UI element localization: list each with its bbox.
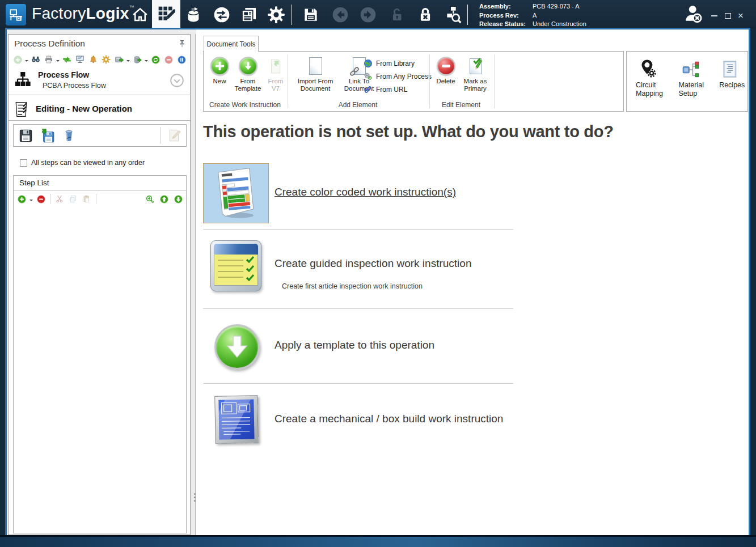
option-mechanical-build-icon[interactable] bbox=[214, 395, 260, 446]
save-import-icon[interactable] bbox=[39, 126, 56, 145]
circuit-mapping-icon bbox=[636, 56, 669, 79]
remove-data-dropdown-caret[interactable] bbox=[145, 60, 148, 63]
assembly-label: Assembly: bbox=[479, 2, 529, 11]
recipes-button[interactable]: Recipes bbox=[719, 56, 747, 111]
unlock-icon[interactable] bbox=[386, 5, 408, 25]
settings-gear-icon[interactable] bbox=[265, 5, 287, 25]
material-setup-button[interactable]: Material Setup bbox=[678, 56, 710, 111]
option-first-article-subtitle[interactable]: Create first article inspection work ins… bbox=[282, 282, 423, 290]
step-list-panel: Step List bbox=[13, 175, 187, 533]
presentation-icon[interactable] bbox=[74, 54, 86, 65]
process-gears-icon bbox=[364, 72, 373, 81]
print-dropdown-caret[interactable] bbox=[56, 60, 60, 63]
ribbon-from-template-button[interactable]: From Template bbox=[233, 56, 263, 92]
configure-gear-icon[interactable] bbox=[100, 54, 112, 65]
window-titlebar-graphic bbox=[214, 244, 258, 255]
ribbon-tools-box: Circuit Mapping Material Setup Recipes bbox=[626, 51, 748, 112]
maximize-button[interactable] bbox=[723, 11, 733, 20]
splitter-grip bbox=[194, 497, 196, 498]
export-icon[interactable] bbox=[113, 54, 125, 65]
any-order-checkbox[interactable]: All steps can be viewed in any order bbox=[20, 159, 145, 167]
zoom-step-icon[interactable] bbox=[144, 193, 155, 205]
import-data-icon[interactable] bbox=[183, 5, 204, 25]
process-definition-panel: Process Definition bbox=[8, 34, 191, 535]
step-list-toolbar bbox=[16, 192, 184, 206]
pause-icon[interactable] bbox=[176, 54, 187, 65]
minimize-button[interactable] bbox=[709, 11, 719, 20]
editing-title: Editing - New Operation bbox=[36, 104, 132, 113]
add-icon[interactable] bbox=[12, 54, 23, 65]
step-list-title: Step List bbox=[19, 179, 49, 187]
group-label: Edit Element bbox=[429, 101, 493, 109]
navigate-forward-icon[interactable] bbox=[357, 5, 379, 25]
titlebar-separator bbox=[467, 5, 468, 25]
splitter-grip bbox=[194, 500, 196, 502]
process-flow-title: Process Flow bbox=[38, 70, 89, 79]
move-up-icon[interactable] bbox=[158, 193, 170, 205]
option-mechanical-build-title[interactable]: Create a mechanical / box build work ins… bbox=[274, 413, 503, 425]
option-guided-inspection-title[interactable]: Create guided inspection work instructio… bbox=[274, 257, 471, 270]
notify-bell-icon[interactable] bbox=[87, 54, 99, 65]
find-icon[interactable] bbox=[30, 54, 41, 65]
factorylogix-window: FactoryLogix™ bbox=[0, 0, 756, 547]
add-step-icon[interactable] bbox=[16, 193, 27, 205]
ribbon-from-library-button[interactable]: From Library bbox=[364, 57, 415, 69]
add-dropdown-caret[interactable] bbox=[25, 60, 28, 63]
navigate-back-icon[interactable] bbox=[330, 5, 351, 25]
app-title: FactoryLogix™ bbox=[32, 5, 134, 23]
sync-icon[interactable] bbox=[211, 5, 233, 25]
process-flow-item[interactable]: Process Flow PCBA Process Flow bbox=[13, 69, 185, 94]
titlebar-separator bbox=[292, 5, 292, 25]
titlebar: FactoryLogix™ bbox=[0, 0, 756, 29]
user-sign-out-icon[interactable] bbox=[682, 3, 704, 24]
process-design-icon[interactable] bbox=[152, 0, 180, 28]
option-color-coded-tile[interactable] bbox=[203, 163, 269, 223]
recipes-icon bbox=[719, 56, 747, 79]
process-rev-label: Process Rev: bbox=[479, 11, 529, 20]
ribbon-from-any-process-button[interactable]: From Any Process bbox=[364, 70, 432, 82]
save-icon[interactable] bbox=[300, 5, 322, 25]
refresh-icon[interactable] bbox=[150, 54, 161, 65]
move-down-icon[interactable] bbox=[172, 193, 184, 205]
panel-splitter[interactable] bbox=[195, 34, 196, 535]
expand-down-icon[interactable] bbox=[170, 73, 184, 90]
home-icon[interactable] bbox=[129, 5, 151, 25]
divider bbox=[14, 190, 186, 191]
export-dropdown-caret[interactable] bbox=[126, 60, 130, 63]
paste-icon bbox=[81, 193, 92, 205]
ribbon-from-url-button[interactable]: From URL bbox=[364, 83, 407, 95]
option-color-coded-link[interactable]: Create color coded work instruction(s) bbox=[274, 186, 456, 198]
print-icon[interactable] bbox=[43, 54, 54, 65]
remove-step-icon[interactable] bbox=[35, 193, 47, 205]
remove-data-icon[interactable] bbox=[132, 54, 143, 65]
from-template-icon bbox=[239, 57, 257, 75]
option-separator bbox=[203, 383, 513, 384]
group-separator bbox=[429, 54, 430, 108]
pin-icon[interactable] bbox=[178, 39, 187, 50]
add-step-dropdown-caret[interactable] bbox=[29, 200, 33, 203]
documents-icon[interactable] bbox=[238, 5, 260, 25]
circuit-mapping-button[interactable]: Circuit Mapping bbox=[636, 56, 669, 111]
ribbon-from-v7-button: From V7 bbox=[265, 56, 286, 92]
delete-operation-icon[interactable] bbox=[60, 126, 77, 145]
ribbon-delete-button[interactable]: Delete bbox=[433, 56, 459, 85]
checkbox-box[interactable] bbox=[20, 159, 27, 167]
option-apply-template-icon[interactable] bbox=[214, 324, 260, 370]
process-rev-value: A bbox=[533, 11, 586, 20]
process-search-icon[interactable] bbox=[442, 5, 464, 25]
option-guided-inspection-icon[interactable] bbox=[210, 240, 263, 295]
edit-disabled-icon bbox=[166, 126, 183, 145]
color-coded-document-icon bbox=[214, 167, 258, 219]
tab-document-tools[interactable]: Document Tools bbox=[204, 36, 259, 52]
save-operation-icon[interactable] bbox=[17, 126, 34, 145]
option-apply-template-title[interactable]: Apply a template to this operation bbox=[274, 339, 434, 351]
exchange-icon[interactable] bbox=[61, 54, 73, 65]
remove-icon[interactable] bbox=[163, 54, 174, 65]
close-button[interactable]: × bbox=[736, 11, 746, 20]
cut-icon bbox=[54, 193, 65, 205]
ribbon-mark-as-primary-button[interactable]: Mark as Primary bbox=[460, 56, 491, 92]
window-bottom-strip bbox=[0, 537, 756, 547]
ribbon-new-button[interactable]: New bbox=[207, 56, 232, 85]
ribbon-import-from-document-button[interactable]: Import From Document bbox=[292, 56, 339, 92]
lock-close-icon[interactable] bbox=[415, 5, 436, 25]
